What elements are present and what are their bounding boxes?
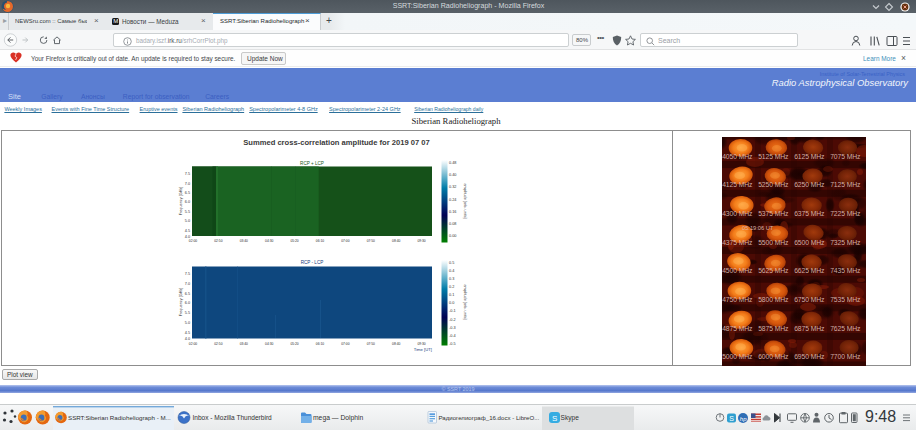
svg-text:6125 MHz: 6125 MHz <box>794 153 825 160</box>
svg-text:0.32: 0.32 <box>449 185 456 189</box>
svg-text:02:00: 02:00 <box>189 342 197 346</box>
svg-text:0.5: 0.5 <box>449 261 454 265</box>
svg-text:0.0: 0.0 <box>449 301 454 305</box>
svg-text:0.16: 0.16 <box>449 210 456 214</box>
svg-text:7225 MHz: 7225 MHz <box>830 210 861 217</box>
svg-text:0.00: 0.00 <box>449 234 456 238</box>
svg-text:6875 MHz: 6875 MHz <box>794 325 825 332</box>
svg-text:9:48: 9:48 <box>865 408 896 425</box>
svg-text:7.5: 7.5 <box>185 172 190 176</box>
svg-text:Frequency [GHz]: Frequency [GHz] <box>179 288 183 317</box>
svg-text:RCP + LCP: RCP + LCP <box>300 161 324 166</box>
svg-text:6375 MHz: 6375 MHz <box>794 210 825 217</box>
svg-text:03:40: 03:40 <box>240 342 248 346</box>
svg-text:mega — Dolphin: mega — Dolphin <box>313 414 364 422</box>
svg-text:4.0: 4.0 <box>185 337 190 341</box>
svg-text:Frequency [GHz]: Frequency [GHz] <box>179 187 183 216</box>
svg-text:0.3: 0.3 <box>449 277 454 281</box>
svg-text:4.5: 4.5 <box>185 229 190 233</box>
svg-text:05:19:06 UT: 05:19:06 UT <box>742 225 774 231</box>
svg-text:09:30: 09:30 <box>417 239 425 243</box>
svg-text:7535 MHz: 7535 MHz <box>830 296 861 303</box>
svg-text:5500 MHz: 5500 MHz <box>758 239 789 246</box>
svg-text:04:30: 04:30 <box>265 239 273 243</box>
svg-text:6950 MHz: 6950 MHz <box>794 353 825 360</box>
svg-text:4875 MHz: 4875 MHz <box>722 325 753 332</box>
svg-text:Радиогелиограф_16.docx - Libre: Радиогелиограф_16.docx - LibreO... <box>439 414 540 421</box>
svg-text:S: S <box>552 414 557 423</box>
svg-text:0.48: 0.48 <box>449 161 456 165</box>
svg-text:amplitude [arb. units]: amplitude [arb. units] <box>463 183 467 218</box>
svg-text:Skype: Skype <box>561 414 580 422</box>
svg-text:-0.3: -0.3 <box>449 326 456 330</box>
svg-text:6.5: 6.5 <box>185 292 190 296</box>
svg-text:5625 MHz: 5625 MHz <box>758 267 789 274</box>
svg-text:02:00: 02:00 <box>189 239 197 243</box>
svg-text:-0.4: -0.4 <box>449 334 456 338</box>
svg-text:5.5: 5.5 <box>185 210 190 214</box>
svg-text:-0.2: -0.2 <box>449 318 456 322</box>
svg-text:0.1: 0.1 <box>449 293 454 297</box>
svg-text:0.2: 0.2 <box>449 285 454 289</box>
svg-text:hp: hp <box>740 416 747 422</box>
svg-text:6.0: 6.0 <box>185 200 190 204</box>
svg-text:Time [UT]: Time [UT] <box>414 347 432 352</box>
svg-text:03:40: 03:40 <box>240 239 248 243</box>
svg-text:amplitude [arb. units]: amplitude [arb. units] <box>463 284 467 319</box>
svg-text:04:30: 04:30 <box>265 342 273 346</box>
svg-text:02:50: 02:50 <box>214 239 222 243</box>
svg-text:0.4: 0.4 <box>449 269 454 273</box>
svg-text:6.5: 6.5 <box>185 191 190 195</box>
svg-text:07:50: 07:50 <box>367 342 375 346</box>
svg-text:6250 MHz: 6250 MHz <box>794 181 825 188</box>
svg-text:4125 MHz: 4125 MHz <box>722 181 753 188</box>
svg-text:6500 MHz: 6500 MHz <box>794 239 825 246</box>
svg-text:4300 MHz: 4300 MHz <box>722 210 753 217</box>
svg-text:0.08: 0.08 <box>449 222 456 226</box>
svg-text:05:20: 05:20 <box>290 342 298 346</box>
svg-text:7125 MHz: 7125 MHz <box>830 181 861 188</box>
svg-text:7.5: 7.5 <box>185 272 190 276</box>
svg-text:06:10: 06:10 <box>316 239 324 243</box>
svg-text:6750 MHz: 6750 MHz <box>794 296 825 303</box>
svg-text:7625 MHz: 7625 MHz <box>830 325 861 332</box>
svg-text:7325 MHz: 7325 MHz <box>830 239 861 246</box>
svg-text:RCP - LCP: RCP - LCP <box>301 260 324 265</box>
svg-text:08:40: 08:40 <box>392 239 400 243</box>
svg-text:06:10: 06:10 <box>316 342 324 346</box>
svg-text:7.0: 7.0 <box>185 282 190 286</box>
svg-text:5250 MHz: 5250 MHz <box>758 181 789 188</box>
svg-text:Inbox - Mozilla Thunderbird: Inbox - Mozilla Thunderbird <box>193 414 273 421</box>
svg-text:SSRT:Siberian Radioheliograph: SSRT:Siberian Radioheliograph - M... <box>68 414 171 421</box>
svg-text:5800 MHz: 5800 MHz <box>758 296 789 303</box>
svg-text:5.0: 5.0 <box>185 321 190 325</box>
svg-text:07:00: 07:00 <box>341 239 349 243</box>
svg-text:-0.5: -0.5 <box>449 342 456 346</box>
svg-text:07:00: 07:00 <box>341 342 349 346</box>
svg-text:0.40: 0.40 <box>449 173 456 177</box>
svg-text:5875 MHz: 5875 MHz <box>758 325 789 332</box>
svg-text:Summed cross-correlation ampli: Summed cross-correlation amplitude for 2… <box>243 138 430 147</box>
svg-text:5125 MHz: 5125 MHz <box>758 153 789 160</box>
svg-text:05:20: 05:20 <box>290 239 298 243</box>
svg-text:5375 MHz: 5375 MHz <box>758 210 789 217</box>
svg-text:08:40: 08:40 <box>392 342 400 346</box>
svg-text:4050 MHz: 4050 MHz <box>722 153 753 160</box>
svg-text:7700 MHz: 7700 MHz <box>830 353 861 360</box>
svg-text:5000 MHz: 5000 MHz <box>722 353 753 360</box>
svg-text:6625 MHz: 6625 MHz <box>794 267 825 274</box>
svg-text:09:30: 09:30 <box>417 342 425 346</box>
svg-text:4375 MHz: 4375 MHz <box>722 239 753 246</box>
svg-text:4500 MHz: 4500 MHz <box>722 267 753 274</box>
svg-text:6000 MHz: 6000 MHz <box>758 353 789 360</box>
svg-text:4.5: 4.5 <box>185 331 190 335</box>
svg-text:-0.1: -0.1 <box>449 309 456 313</box>
svg-text:07:50: 07:50 <box>367 239 375 243</box>
svg-text:6.0: 6.0 <box>185 301 190 305</box>
svg-text:4750 MHz: 4750 MHz <box>722 296 753 303</box>
svg-text:4.0: 4.0 <box>185 235 190 239</box>
svg-text:7.0: 7.0 <box>185 182 190 186</box>
svg-text:7075 MHz: 7075 MHz <box>830 153 861 160</box>
svg-text:02:50: 02:50 <box>214 342 222 346</box>
svg-text:0.24: 0.24 <box>449 198 456 202</box>
